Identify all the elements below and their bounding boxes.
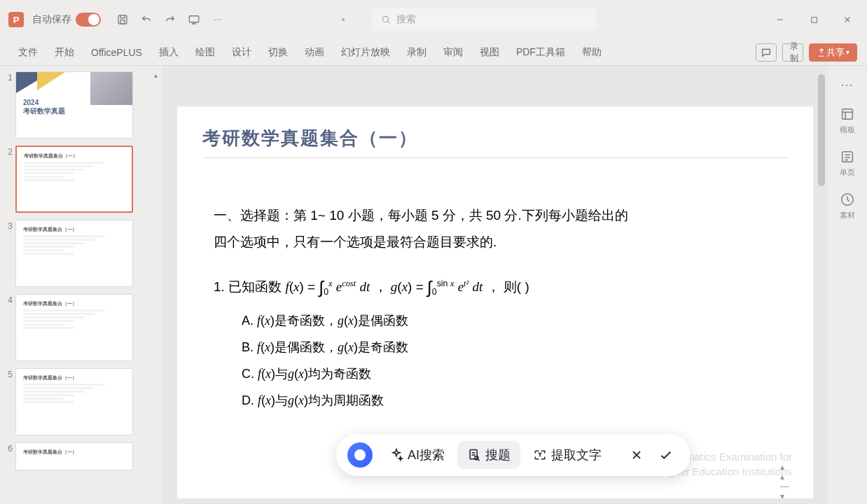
thumb3-title: 考研数学真题集合（一） [23, 226, 125, 233]
maximize-button[interactable] [803, 8, 825, 31]
slide-divider [202, 158, 788, 158]
thumb4-title: 考研数学真题集合（一） [23, 300, 125, 307]
thumbnail-6[interactable]: 考研数学真题集合（一） [15, 442, 133, 470]
tab-insert[interactable]: 插入 [151, 39, 187, 65]
thumb-number: 2 [3, 146, 15, 157]
undo-icon[interactable] [137, 10, 155, 29]
svg-rect-4 [811, 17, 817, 22]
rail-templates[interactable]: 模板 [840, 106, 855, 135]
share-label: 共享 [826, 46, 845, 59]
rail-single-page[interactable]: 单页 [840, 149, 855, 178]
material-icon [840, 192, 855, 207]
confirm-button[interactable] [653, 442, 679, 468]
close-button[interactable] [836, 8, 859, 31]
autosave-label: 自动保存 [32, 13, 71, 26]
ribbon: 文件 开始 OfficePLUS 插入 绘图 设计 切换 动画 幻灯片放映 录制… [0, 39, 867, 66]
record-label: 录制 [790, 41, 798, 64]
extract-text-button[interactable]: 提取文字 [523, 441, 611, 469]
q1-suffix: ， 则( ) [483, 279, 529, 294]
tab-view[interactable]: 视图 [471, 39, 508, 65]
sparkle-icon [389, 448, 403, 462]
cancel-button[interactable] [623, 442, 650, 468]
thumb5-title: 考研数学真题集合（一） [23, 374, 125, 382]
svg-rect-5 [842, 109, 853, 120]
rail-more-icon[interactable]: ⋯ [840, 77, 854, 92]
option-d: D. f(x)与g(x)均为周期函数 [242, 392, 630, 409]
title-bar: P 自动保存 ⋯ 搜索 [0, 0, 867, 39]
thumb-number: 4 [3, 294, 15, 305]
overflow-icon[interactable]: ⋯ [209, 10, 227, 29]
slide-title: 考研数学真题集合（一） [202, 126, 788, 150]
svg-rect-0 [118, 15, 127, 24]
tab-pdf[interactable]: PDF工具箱 [508, 39, 574, 65]
rail-material[interactable]: 素材 [840, 192, 855, 220]
thumbnail-5[interactable]: 考研数学真题集合（一） [15, 368, 133, 435]
thumb6-title: 考研数学真题集合（一） [23, 449, 125, 456]
canvas-nav-arrows[interactable]: ▴▴—▾ [780, 462, 789, 501]
tab-transitions[interactable]: 切换 [260, 39, 296, 65]
thumbnail-3[interactable]: 考研数学真题集合（一） [15, 220, 133, 287]
minimize-button[interactable] [769, 8, 791, 31]
present-icon[interactable] [185, 10, 203, 29]
rail-material-label: 素材 [840, 210, 855, 220]
question-1: 1. 已知函数 f(x) = ∫0x ecost dt ， g(x) = ∫0s… [214, 268, 630, 302]
comments-button[interactable] [756, 43, 777, 62]
rail-templates-label: 模板 [840, 125, 855, 135]
svg-rect-8 [470, 450, 477, 459]
thumb1-year: 2024 [23, 99, 39, 106]
search-placeholder: 搜索 [396, 13, 416, 26]
text-extract-icon [533, 448, 547, 462]
thumbnail-1[interactable]: 2024考研数学真题 [15, 71, 133, 139]
thumb-number: 6 [3, 442, 15, 454]
extract-text-label: 提取文字 [551, 447, 602, 463]
svg-point-3 [382, 16, 388, 22]
rail-single-label: 单页 [840, 167, 855, 178]
ocr-action-bar: AI搜索 搜题 提取文字 [336, 434, 691, 476]
thumbnail-2[interactable]: 考研数学真题集合（一） [15, 146, 133, 213]
search-question-button[interactable]: 搜题 [457, 441, 520, 469]
autosave-toggle[interactable] [76, 13, 101, 27]
option-b: B. f(x)是偶函数，g(x)是奇函数 [242, 339, 630, 356]
save-icon[interactable] [113, 10, 132, 29]
search-icon [381, 15, 391, 24]
ai-search-button[interactable]: AI搜索 [380, 441, 455, 469]
tab-animations[interactable]: 动画 [296, 39, 333, 65]
thumb-number: 1 [3, 71, 15, 83]
canvas-scrollbar[interactable] [817, 69, 826, 501]
title-dot [342, 18, 345, 21]
thumbnail-panel: ▴ 1 2024考研数学真题 2 考研数学真题集合（一） 3 [0, 66, 162, 504]
svg-rect-1 [120, 20, 125, 24]
svg-point-9 [475, 456, 478, 460]
thumb-number: 5 [3, 368, 15, 379]
thumb-number: 3 [3, 220, 15, 231]
share-button[interactable]: 共享▾ [809, 43, 857, 62]
tab-help[interactable]: 帮助 [574, 39, 610, 65]
single-page-icon [840, 149, 855, 164]
option-c: C. f(x)与g(x)均为奇函数 [242, 365, 630, 382]
tab-record[interactable]: 录制 [398, 39, 435, 65]
tab-officeplus[interactable]: OfficePLUS [83, 39, 151, 65]
thumb2-title: 考研数学真题集合（一） [24, 153, 125, 160]
tab-review[interactable]: 审阅 [435, 39, 471, 65]
tab-draw[interactable]: 绘图 [187, 39, 223, 65]
right-rail: ⋯ 模板 单页 素材 [828, 66, 867, 504]
section-instruction: 一、选择题：第 1~ 10 小题，每小题 5 分，共 50 分.下列每小题给出的… [214, 202, 630, 255]
svg-rect-2 [189, 16, 199, 22]
tab-file[interactable]: 文件 [10, 39, 46, 65]
redo-icon[interactable] [161, 10, 179, 29]
search-question-label: 搜题 [485, 447, 511, 463]
q1-prefix: 1. 已知函数 [214, 279, 285, 294]
record-button[interactable]: 录制 [782, 43, 803, 62]
doc-search-icon [467, 448, 481, 462]
tab-home[interactable]: 开始 [46, 39, 83, 65]
tab-design[interactable]: 设计 [223, 39, 260, 65]
thumbnail-4[interactable]: 考研数学真题集合（一） [15, 294, 133, 361]
app-icon: P [8, 12, 24, 27]
assistant-logo-icon[interactable] [347, 442, 373, 468]
search-input[interactable]: 搜索 [373, 8, 597, 31]
thumb-scrollbar[interactable]: ▴ [150, 71, 161, 79]
option-a: A. f(x)是奇函数，g(x)是偶函数 [242, 312, 630, 329]
thumb1-title: 考研数学真题 [23, 107, 65, 115]
tab-slideshow[interactable]: 幻灯片放映 [333, 39, 398, 65]
ai-search-label: AI搜索 [408, 447, 445, 463]
